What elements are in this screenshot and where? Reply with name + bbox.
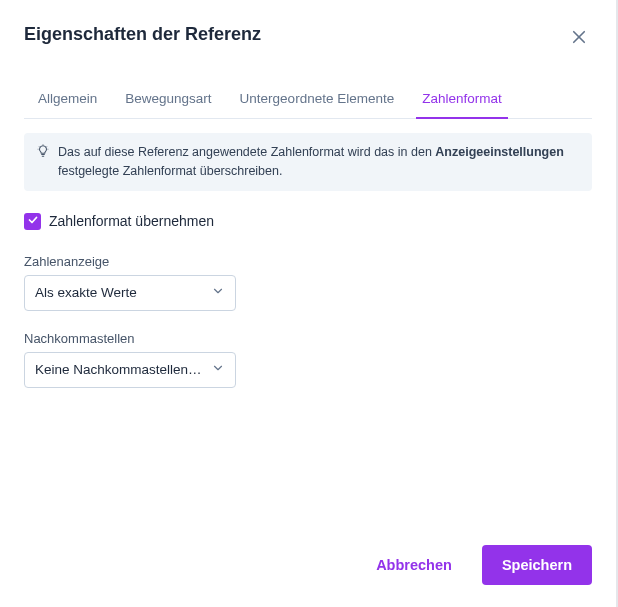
chevron-down-icon bbox=[211, 284, 225, 301]
tab-bewegungsart[interactable]: Bewegungsart bbox=[111, 81, 225, 118]
dialog-footer: Abbrechen Speichern bbox=[24, 525, 592, 607]
info-prefix: Das auf diese Referenz angewendete Zahle… bbox=[58, 145, 435, 159]
dialog-title: Eigenschaften der Referenz bbox=[24, 24, 261, 45]
dialog-header: Eigenschaften der Referenz bbox=[24, 24, 592, 53]
info-text: Das auf diese Referenz angewendete Zahle… bbox=[58, 143, 580, 181]
number-display-select[interactable]: Als exakte Werte bbox=[24, 275, 236, 311]
close-icon bbox=[570, 28, 588, 49]
tab-zahlenformat[interactable]: Zahlenformat bbox=[408, 81, 516, 118]
check-icon bbox=[27, 212, 39, 230]
inherit-format-row: Zahlenformat übernehmen bbox=[24, 213, 592, 230]
info-suffix: festgelegte Zahlenformat überschreiben. bbox=[58, 164, 282, 178]
number-display-value: Als exakte Werte bbox=[35, 285, 137, 300]
number-display-label: Zahlenanzeige bbox=[24, 254, 592, 269]
tabs: Allgemein Bewegungsart Untergeordnete El… bbox=[24, 81, 592, 119]
info-bold: Anzeigeeinstellungen bbox=[435, 145, 564, 159]
chevron-down-icon bbox=[211, 361, 225, 378]
info-banner: Das auf diese Referenz angewendete Zahle… bbox=[24, 133, 592, 191]
inherit-format-label: Zahlenformat übernehmen bbox=[49, 213, 214, 229]
tab-allgemein[interactable]: Allgemein bbox=[24, 81, 111, 118]
decimals-select[interactable]: Keine Nachkommastellen anzeigen bbox=[24, 352, 236, 388]
decimals-label: Nachkommastellen bbox=[24, 331, 592, 346]
inherit-format-checkbox[interactable] bbox=[24, 213, 41, 230]
close-button[interactable] bbox=[566, 24, 592, 53]
cancel-button[interactable]: Abbrechen bbox=[364, 547, 464, 583]
decimals-value: Keine Nachkommastellen anzeigen bbox=[35, 362, 203, 377]
lightbulb-icon bbox=[36, 144, 50, 162]
save-button[interactable]: Speichern bbox=[482, 545, 592, 585]
number-display-field: Zahlenanzeige Als exakte Werte bbox=[24, 254, 592, 311]
properties-dialog: Eigenschaften der Referenz Allgemein Bew… bbox=[0, 0, 616, 607]
decimals-field: Nachkommastellen Keine Nachkommastellen … bbox=[24, 331, 592, 388]
tab-untergeordnete[interactable]: Untergeordnete Elemente bbox=[226, 81, 409, 118]
